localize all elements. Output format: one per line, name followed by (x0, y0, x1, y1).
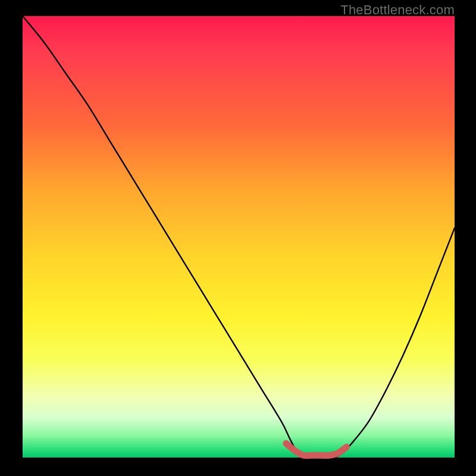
chart-frame: TheBottleneck.com (0, 0, 476, 476)
watermark-text: TheBottleneck.com (340, 2, 455, 18)
chart-overlay (23, 16, 455, 458)
bottleneck-curve (23, 16, 455, 458)
optimal-range-marker (286, 443, 347, 456)
